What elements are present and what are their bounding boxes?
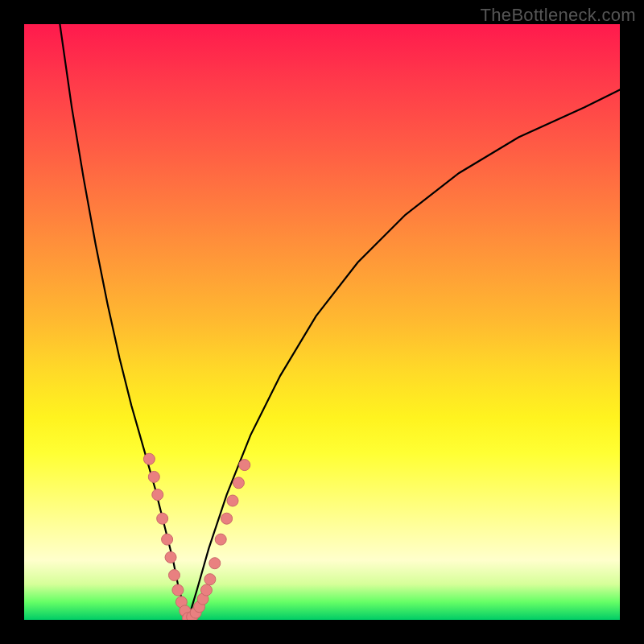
curve-left-branch bbox=[60, 24, 188, 620]
data-marker bbox=[157, 513, 168, 524]
data-marker bbox=[172, 584, 184, 596]
data-marker bbox=[239, 460, 250, 471]
data-marker bbox=[204, 574, 216, 585]
data-marker bbox=[200, 584, 212, 596]
data-marker bbox=[221, 513, 233, 524]
data-marker bbox=[209, 558, 221, 569]
data-marker bbox=[162, 534, 173, 545]
data-marker bbox=[233, 477, 244, 489]
chart-frame: TheBottleneck.com bbox=[0, 0, 644, 644]
marker-group bbox=[143, 453, 250, 620]
data-marker bbox=[152, 489, 163, 501]
watermark-text: TheBottleneck.com bbox=[481, 5, 636, 26]
data-marker bbox=[227, 495, 238, 506]
data-marker bbox=[148, 471, 159, 482]
curve-layer bbox=[24, 24, 620, 620]
curve-right-branch bbox=[188, 89, 621, 620]
data-marker bbox=[215, 534, 226, 545]
data-marker bbox=[143, 453, 155, 464]
data-marker bbox=[168, 570, 180, 581]
data-marker bbox=[165, 551, 176, 563]
plot-area bbox=[24, 24, 620, 620]
